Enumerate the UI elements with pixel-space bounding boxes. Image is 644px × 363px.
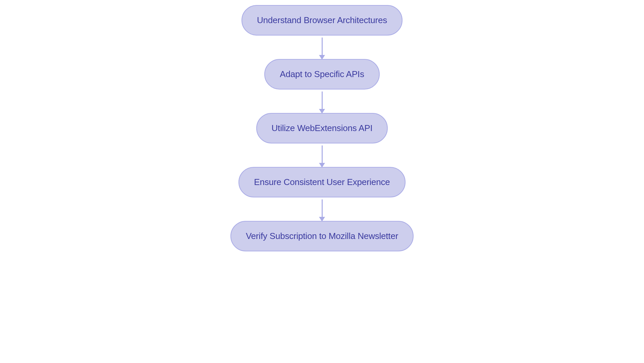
flowchart-arrow (322, 36, 323, 59)
node-label: Utilize WebExtensions API (272, 123, 373, 133)
node-label: Adapt to Specific APIs (280, 69, 364, 79)
flowchart-node-4: Ensure Consistent User Experience (238, 167, 405, 197)
node-label: Ensure Consistent User Experience (254, 177, 390, 187)
arrow-head-icon (319, 217, 325, 222)
arrow-line-icon (322, 92, 323, 111)
arrow-head-icon (319, 109, 325, 114)
flowchart-node-5: Verify Subscription to Mozilla Newslette… (230, 221, 414, 251)
flowchart-arrow (322, 143, 323, 167)
flowchart-node-1: Understand Browser Architectures (241, 5, 402, 36)
arrow-line-icon (322, 145, 323, 165)
flowchart-node-3: Utilize WebExtensions API (256, 113, 388, 143)
flowchart-container: Understand Browser Architectures Adapt t… (238, 5, 406, 251)
arrow-head-icon (319, 55, 325, 60)
arrow-line-icon (322, 38, 323, 57)
arrow-head-icon (319, 163, 325, 168)
node-label: Understand Browser Architectures (257, 15, 387, 25)
node-label: Verify Subscription to Mozilla Newslette… (246, 231, 398, 241)
flowchart-arrow (322, 89, 323, 113)
flowchart-node-2: Adapt to Specific APIs (264, 59, 379, 89)
flowchart-arrow (322, 197, 323, 221)
arrow-line-icon (322, 199, 323, 219)
